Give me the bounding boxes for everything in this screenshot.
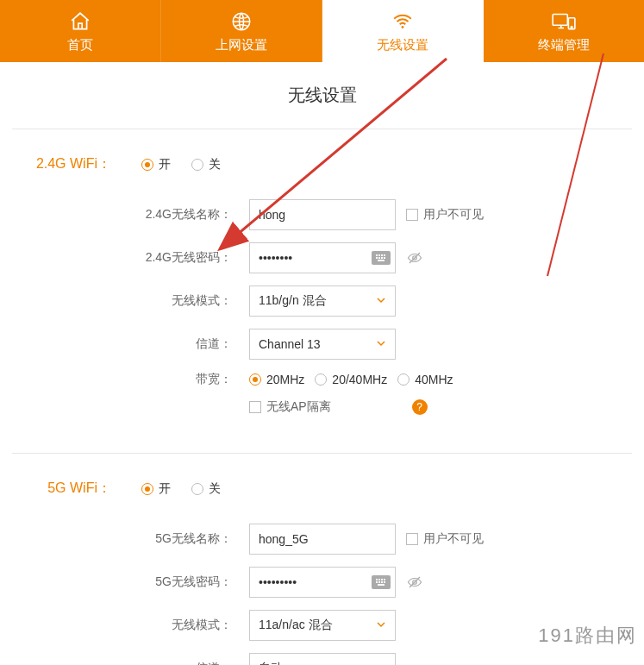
eye-off-icon[interactable]: [406, 250, 423, 266]
tab-internet[interactable]: 上网设置: [161, 0, 322, 62]
radio-24g-bw-20-label: 20MHz: [266, 373, 304, 386]
check-24g-apisolate[interactable]: 无线AP隔离: [249, 399, 331, 415]
check-5g-hide[interactable]: 用户不可见: [406, 531, 484, 547]
check-24g-apisolate-label: 无线AP隔离: [266, 399, 331, 415]
radio-icon: [141, 159, 153, 171]
radio-icon: [141, 483, 153, 495]
watermark: 191路由网: [538, 623, 637, 649]
chevron-down-icon: [376, 662, 386, 665]
label-24g-ssid: 2.4G无线名称：: [12, 207, 232, 223]
select-24g-mode[interactable]: 11b/g/n 混合: [249, 285, 396, 317]
help-icon[interactable]: ?: [412, 399, 428, 415]
label-24g-bw: 带宽：: [12, 372, 232, 387]
svg-rect-21: [384, 579, 385, 580]
svg-rect-13: [384, 257, 385, 259]
svg-rect-23: [378, 581, 380, 583]
select-5g-mode[interactable]: 11a/n/ac 混合: [249, 610, 396, 641]
select-24g-mode-value: 11b/g/n 混合: [259, 293, 327, 309]
radio-24g-off-label: 关: [209, 157, 221, 173]
svg-rect-12: [381, 257, 383, 259]
select-5g-channel[interactable]: 自动: [249, 653, 396, 665]
label-24g-channel: 信道：: [12, 336, 232, 352]
checkbox-icon: [406, 533, 418, 545]
radio-icon: [249, 373, 261, 386]
section-24g: 2.4G WiFi： 开 关 2.4G无线名称： 用户不可见 2.4G无线密码：: [12, 129, 632, 453]
radio-5g-on[interactable]: 开: [141, 481, 171, 497]
svg-rect-19: [378, 579, 380, 580]
radio-24g-on[interactable]: 开: [141, 157, 171, 173]
radio-5g-on-label: 开: [159, 481, 171, 497]
radio-icon: [397, 373, 410, 386]
home-icon: [68, 9, 92, 34]
section-5g-title: 5G WiFi：: [12, 480, 111, 498]
svg-rect-8: [381, 254, 383, 256]
select-24g-channel[interactable]: Channel 13: [249, 329, 396, 360]
check-5g-hide-label: 用户不可见: [423, 531, 484, 547]
tab-devices[interactable]: 终端管理: [484, 0, 644, 62]
top-tabs: 首页 上网设置 无线设置 终端管理: [0, 0, 644, 62]
page-content: 无线设置 2.4G WiFi： 开 关 2.4G无线名称： 用户不可见 2.4G…: [0, 62, 644, 665]
label-24g-mode: 无线模式：: [12, 293, 232, 309]
label-5g-ssid: 5G无线名称：: [12, 531, 232, 547]
svg-rect-14: [378, 260, 385, 261]
tab-home-label: 首页: [67, 37, 93, 53]
radio-24g-bw-40[interactable]: 40MHz: [397, 373, 453, 386]
checkbox-icon: [406, 209, 418, 221]
svg-rect-6: [376, 254, 378, 256]
svg-point-1: [402, 26, 404, 28]
svg-rect-18: [376, 579, 378, 580]
svg-rect-11: [378, 257, 380, 259]
svg-rect-24: [381, 581, 383, 583]
radio-24g-bw-40-label: 40MHz: [415, 373, 453, 386]
radio-icon: [191, 159, 203, 171]
radio-icon: [315, 373, 327, 386]
svg-rect-20: [381, 579, 383, 580]
page-title: 无线设置: [0, 84, 644, 107]
check-24g-hide-label: 用户不可见: [423, 207, 484, 223]
label-24g-pwd: 2.4G无线密码：: [12, 250, 232, 266]
radio-5g-off-label: 关: [209, 481, 221, 497]
label-5g-pwd: 5G无线密码：: [12, 574, 232, 590]
chevron-down-icon: [376, 618, 386, 632]
tab-home[interactable]: 首页: [0, 0, 161, 62]
wifi-icon: [390, 9, 416, 34]
keyboard-icon[interactable]: [372, 575, 391, 589]
svg-rect-10: [376, 257, 378, 259]
select-5g-mode-value: 11a/n/ac 混合: [259, 618, 333, 633]
chevron-down-icon: [376, 294, 386, 308]
radio-5g-off[interactable]: 关: [191, 481, 221, 497]
svg-rect-22: [376, 581, 378, 583]
svg-rect-26: [378, 584, 385, 586]
keyboard-icon[interactable]: [372, 251, 391, 265]
input-24g-ssid[interactable]: [249, 199, 396, 230]
svg-point-4: [571, 26, 572, 28]
svg-rect-25: [384, 581, 385, 583]
select-5g-channel-value: 自动: [259, 661, 283, 665]
input-5g-ssid[interactable]: [249, 524, 396, 555]
radio-24g-bw-20[interactable]: 20MHz: [249, 373, 304, 386]
radio-24g-bw-2040-label: 20/40MHz: [332, 373, 387, 386]
devices-icon: [551, 9, 577, 34]
radio-24g-off[interactable]: 关: [191, 157, 221, 173]
svg-rect-9: [384, 254, 385, 256]
label-5g-mode: 无线模式：: [12, 618, 232, 633]
svg-rect-7: [378, 254, 380, 256]
eye-off-icon[interactable]: [406, 574, 423, 590]
tab-devices-label: 终端管理: [538, 37, 590, 53]
radio-icon: [191, 483, 203, 495]
globe-icon: [229, 9, 253, 34]
svg-rect-2: [553, 14, 567, 25]
check-24g-hide[interactable]: 用户不可见: [406, 207, 484, 223]
tab-wireless-label: 无线设置: [377, 37, 428, 53]
tab-wireless[interactable]: 无线设置: [322, 0, 484, 62]
chevron-down-icon: [376, 337, 386, 351]
select-24g-channel-value: Channel 13: [259, 337, 321, 351]
checkbox-icon: [249, 401, 261, 413]
radio-24g-bw-2040[interactable]: 20/40MHz: [315, 373, 387, 386]
radio-24g-on-label: 开: [159, 157, 171, 173]
label-5g-channel: 信道：: [12, 661, 232, 665]
section-24g-title: 2.4G WiFi：: [12, 155, 111, 173]
tab-internet-label: 上网设置: [216, 37, 267, 53]
